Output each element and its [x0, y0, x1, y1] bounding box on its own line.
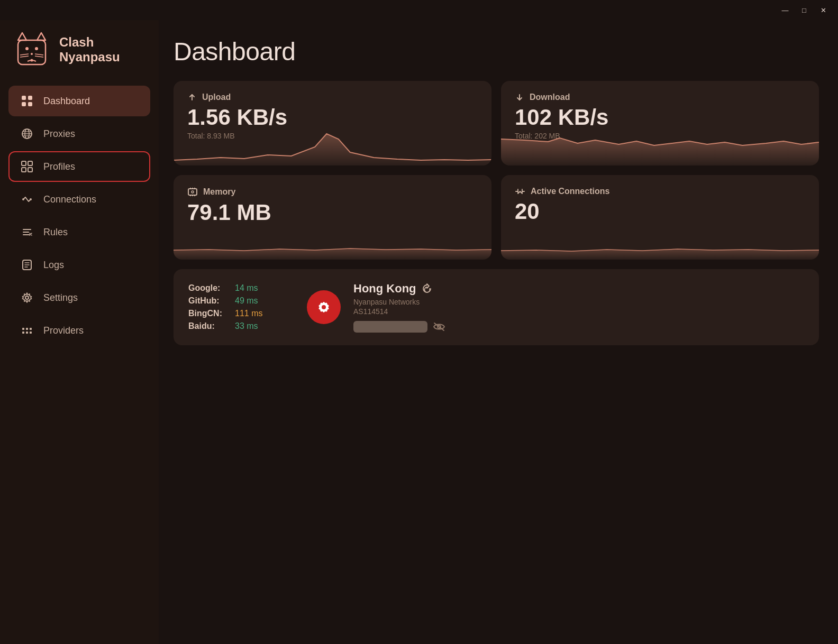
- stats-grid: Upload 1.56 KB/s Total: 8.93 MB: [174, 81, 819, 260]
- sidebar-label-profiles: Profiles: [43, 161, 75, 172]
- svg-point-5: [31, 53, 33, 55]
- download-chart: [501, 128, 819, 165]
- connections-header: Active Connections: [515, 187, 805, 196]
- svg-rect-38: [26, 332, 28, 334]
- svg-rect-23: [28, 168, 32, 172]
- sidebar-label-proxies: Proxies: [43, 128, 75, 140]
- svg-line-6: [20, 54, 29, 55]
- svg-rect-12: [28, 96, 32, 100]
- ip-bar-row: [353, 321, 804, 333]
- svg-line-9: [35, 56, 43, 57]
- svg-rect-13: [22, 102, 26, 106]
- memory-chart: [174, 223, 491, 260]
- upload-header: Upload: [187, 93, 478, 102]
- connections-value: 20: [515, 200, 805, 223]
- svg-rect-39: [30, 332, 32, 334]
- svg-point-3: [25, 47, 29, 50]
- sidebar-item-rules[interactable]: Rules: [8, 217, 150, 247]
- app-container: Clash Nyanpasu Dashboard: [0, 20, 838, 644]
- close-button[interactable]: ✕: [815, 4, 832, 16]
- globe-icon: [20, 127, 34, 141]
- rules-icon: [20, 225, 34, 239]
- sidebar-item-profiles[interactable]: Profiles: [8, 151, 150, 182]
- country-name-row: Hong Kong: [353, 282, 804, 296]
- svg-point-24: [22, 198, 24, 200]
- active-connections-icon: [515, 187, 525, 196]
- sidebar-item-settings[interactable]: Settings: [8, 282, 150, 313]
- ip-bar: [353, 321, 427, 333]
- svg-rect-21: [28, 161, 32, 165]
- sidebar-item-providers[interactable]: Providers: [8, 315, 150, 346]
- svg-marker-1: [18, 33, 26, 40]
- connections-chart: [501, 223, 819, 260]
- country-info: Hong Kong Nyanpasu Networks AS114514: [353, 282, 804, 333]
- nav-menu: Dashboard Proxies: [8, 86, 150, 346]
- sidebar-label-providers: Providers: [43, 325, 84, 336]
- svg-line-7: [20, 56, 29, 57]
- maximize-button[interactable]: □: [796, 4, 813, 16]
- country-flag: [307, 290, 341, 324]
- connections-card: Active Connections 20: [501, 175, 819, 260]
- country-as: AS114514: [353, 307, 804, 316]
- network-info-card: Google: 14 ms GitHub: 49 ms BingCN: 111 …: [174, 269, 819, 345]
- svg-rect-14: [28, 102, 32, 106]
- sidebar-item-proxies[interactable]: Proxies: [8, 118, 150, 149]
- svg-point-49: [192, 191, 194, 193]
- upload-chart: [174, 128, 491, 165]
- sidebar-item-dashboard[interactable]: Dashboard: [8, 86, 150, 116]
- svg-rect-36: [30, 328, 32, 330]
- providers-icon: [20, 324, 34, 337]
- download-value: 102 KB/s: [515, 106, 805, 128]
- latency-baidu: Baidu: 33 ms: [188, 321, 294, 331]
- svg-rect-37: [22, 332, 24, 334]
- svg-point-10: [31, 59, 33, 62]
- sidebar-item-connections[interactable]: Connections: [8, 184, 150, 215]
- grid-icon: [20, 94, 34, 108]
- sidebar-label-logs: Logs: [43, 260, 64, 271]
- title-bar: — □ ✕: [0, 0, 838, 20]
- app-name: Clash Nyanpasu: [59, 35, 120, 65]
- logo-area: Clash Nyanpasu: [8, 31, 150, 69]
- sidebar-label-rules: Rules: [43, 227, 68, 238]
- main-content: Dashboard Upload 1.56 KB/s Total: 8.93 M…: [159, 20, 838, 644]
- svg-line-8: [35, 54, 43, 55]
- upload-value: 1.56 KB/s: [187, 106, 478, 128]
- connections-icon: [20, 192, 34, 206]
- memory-header: Memory: [187, 187, 478, 197]
- page-title: Dashboard: [174, 37, 819, 66]
- refresh-icon[interactable]: [422, 283, 432, 294]
- latency-table: Google: 14 ms GitHub: 49 ms BingCN: 111 …: [188, 283, 294, 331]
- latency-bingcn: BingCN: 111 ms: [188, 309, 294, 318]
- latency-github: GitHub: 49 ms: [188, 296, 294, 306]
- svg-rect-42: [188, 189, 197, 195]
- sidebar-label-settings: Settings: [43, 292, 78, 303]
- memory-value: 79.1 MB: [187, 201, 478, 224]
- svg-marker-2: [37, 33, 45, 40]
- sidebar: Clash Nyanpasu Dashboard: [0, 20, 159, 644]
- upload-card: Upload 1.56 KB/s Total: 8.93 MB: [174, 81, 491, 165]
- svg-rect-20: [22, 161, 26, 165]
- download-header: Download: [515, 93, 805, 102]
- sidebar-item-logs[interactable]: Logs: [8, 250, 150, 280]
- svg-point-33: [25, 296, 29, 299]
- svg-rect-34: [22, 328, 24, 330]
- country-isp: Nyanpasu Networks: [353, 298, 804, 306]
- minimize-button[interactable]: —: [777, 4, 794, 16]
- svg-rect-11: [22, 96, 26, 100]
- svg-point-56: [322, 305, 326, 309]
- memory-icon: [187, 187, 198, 197]
- app-logo: [13, 31, 51, 69]
- download-icon: [515, 93, 524, 102]
- memory-card: Memory 79.1 MB: [174, 175, 491, 260]
- download-card: Download 102 KB/s Total: 202 MB: [501, 81, 819, 165]
- eye-slash-icon[interactable]: [433, 322, 445, 332]
- svg-point-25: [30, 198, 32, 200]
- svg-point-4: [35, 47, 38, 50]
- sidebar-label-connections: Connections: [43, 194, 96, 205]
- settings-icon: [20, 291, 34, 305]
- sidebar-label-dashboard: Dashboard: [43, 96, 90, 107]
- latency-google: Google: 14 ms: [188, 283, 294, 293]
- upload-icon: [187, 93, 197, 102]
- logs-icon: [20, 258, 34, 272]
- svg-rect-22: [22, 168, 26, 172]
